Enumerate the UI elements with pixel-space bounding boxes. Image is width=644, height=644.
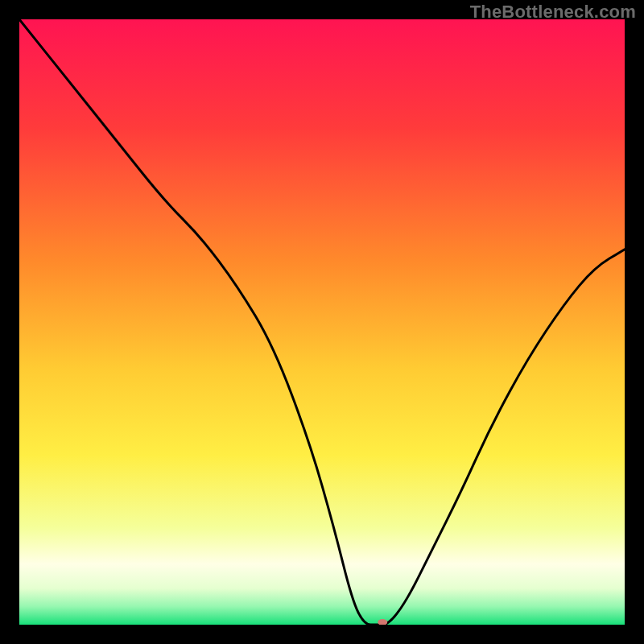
chart-svg <box>19 19 625 625</box>
gradient-background <box>19 19 625 625</box>
plot-area <box>19 19 625 625</box>
watermark-label: TheBottleneck.com <box>470 2 636 23</box>
chart-frame: TheBottleneck.com <box>0 0 644 644</box>
